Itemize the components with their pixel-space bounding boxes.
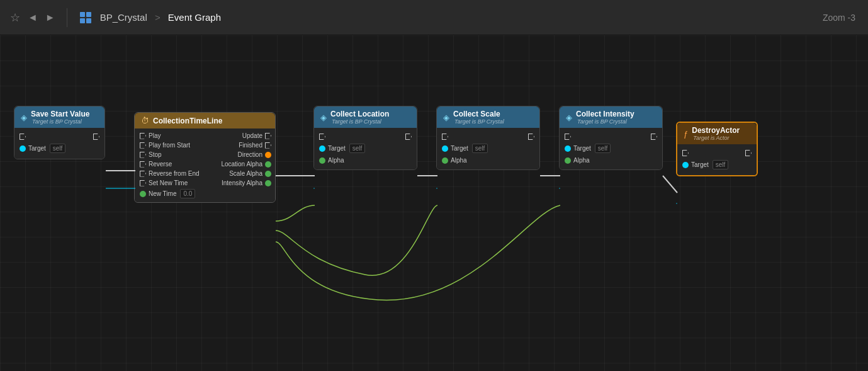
finished-label: Finished bbox=[239, 142, 262, 149]
svg-rect-3 bbox=[86, 18, 91, 23]
node-subtitle-collect-location: Target is BP Crystal bbox=[332, 118, 389, 125]
da-target-pin[interactable] bbox=[682, 162, 689, 168]
cl-exec-out[interactable] bbox=[405, 134, 412, 140]
node-icon-save-start: ◈ bbox=[21, 113, 27, 122]
divider bbox=[67, 8, 67, 27]
node-header-collect-location: ◈ Collect Location Target is BP Crystal bbox=[314, 106, 417, 128]
play-from-start-exec-in[interactable] bbox=[140, 142, 146, 149]
cl-exec-in[interactable] bbox=[319, 134, 325, 140]
alpha-row-collect-intensity: Alpha bbox=[560, 155, 662, 166]
ci-target-pin[interactable] bbox=[565, 146, 571, 152]
node-body-collect-location: Target self Alpha bbox=[314, 128, 417, 169]
node-title-collect-location: Collect Location bbox=[330, 110, 389, 118]
node-body-destroy: Target self bbox=[677, 144, 757, 175]
node-header-destroy: ƒ DestroyActor Target is Actor bbox=[677, 123, 757, 144]
new-time-pin-in[interactable] bbox=[140, 191, 146, 197]
cl-alpha-pin[interactable] bbox=[319, 157, 325, 164]
node-collect-location: ◈ Collect Location Target is BP Crystal … bbox=[313, 106, 417, 170]
exec-row-save-start bbox=[14, 132, 104, 142]
cs-exec-in[interactable] bbox=[442, 134, 448, 140]
breadcrumb-blueprint[interactable]: BP_Crystal bbox=[100, 12, 147, 23]
da-exec-in[interactable] bbox=[682, 150, 689, 156]
update-exec-out[interactable] bbox=[265, 133, 271, 139]
set-new-time-exec-in[interactable] bbox=[140, 180, 146, 186]
svg-rect-2 bbox=[80, 18, 85, 23]
cl-target-value: self bbox=[349, 144, 366, 153]
exec-out-pin[interactable] bbox=[93, 134, 99, 140]
node-subtitle-collect-intensity: Target is BP Crystal bbox=[577, 118, 634, 125]
target-row-collect-location: Target self bbox=[314, 142, 417, 155]
node-subtitle-collect-scale: Target is BP Crystal bbox=[454, 118, 504, 125]
cs-target-pin[interactable] bbox=[442, 146, 448, 152]
reverse-label: Reverse bbox=[149, 161, 172, 168]
location-alpha-label: Location Alpha bbox=[221, 161, 262, 168]
target-label-save-start: Target bbox=[28, 145, 46, 152]
target-in-pin[interactable] bbox=[20, 146, 26, 152]
cs-alpha-label: Alpha bbox=[451, 157, 467, 164]
node-title-save-start: Save Start Value bbox=[31, 110, 89, 118]
tl-row-play: Play Update bbox=[135, 131, 275, 140]
node-title-destroy: DestroyActor bbox=[692, 126, 740, 135]
node-save-start-value: ◈ Save Start Value Target is BP Crystal … bbox=[14, 106, 105, 159]
node-title-collect-scale: Collect Scale bbox=[453, 110, 504, 118]
ci-alpha-pin[interactable] bbox=[565, 157, 571, 164]
node-icon-collect-intensity: ◈ bbox=[566, 113, 572, 122]
direction-label: Direction bbox=[238, 151, 262, 158]
node-icon-collect-scale: ◈ bbox=[443, 113, 449, 122]
tl-row-reverse: Reverse Location Alpha bbox=[135, 159, 275, 169]
cl-target-pin[interactable] bbox=[319, 146, 325, 152]
cl-alpha-label: Alpha bbox=[328, 157, 344, 164]
tl-row-stop: Stop Direction bbox=[135, 150, 275, 159]
play-exec-in[interactable] bbox=[140, 133, 146, 139]
node-header-collect-intensity: ◈ Collect Intensity Target is BP Crystal bbox=[560, 106, 662, 128]
cl-target-label: Target bbox=[328, 145, 346, 152]
target-row-collect-intensity: Target self bbox=[560, 142, 662, 155]
toolbar: ☆ ◄ ► BP_Crystal > Event Graph Zoom -3 bbox=[0, 0, 868, 35]
target-row-save-start: Target self bbox=[14, 142, 104, 155]
svg-rect-0 bbox=[80, 12, 85, 17]
intensity-alpha-pin-out[interactable] bbox=[265, 180, 271, 186]
back-button[interactable]: ◄ bbox=[28, 12, 38, 23]
node-destroy-actor: ƒ DestroyActor Target is Actor Target se… bbox=[676, 122, 758, 176]
exec-row-destroy bbox=[677, 148, 757, 158]
forward-button[interactable]: ► bbox=[45, 12, 55, 23]
node-collect-intensity: ◈ Collect Intensity Target is BP Crystal… bbox=[559, 106, 663, 170]
exec-in-pin[interactable] bbox=[20, 134, 26, 140]
cs-exec-out[interactable] bbox=[528, 134, 534, 140]
node-subtitle-destroy: Target is Actor bbox=[693, 135, 740, 141]
node-icon-timeline: ⏱ bbox=[141, 116, 149, 125]
cs-target-label: Target bbox=[451, 145, 468, 152]
bookmark-icon[interactable]: ☆ bbox=[10, 11, 20, 25]
ci-target-value: self bbox=[595, 144, 611, 153]
reverse-exec-in[interactable] bbox=[140, 161, 146, 168]
finished-exec-out[interactable] bbox=[265, 142, 271, 149]
node-body-collect-scale: Target self Alpha bbox=[437, 128, 539, 169]
node-collection-timeline: ⏱ CollectionTimeLine Play Update Play fr… bbox=[134, 112, 276, 203]
cs-alpha-pin[interactable] bbox=[442, 157, 448, 164]
ci-alpha-label: Alpha bbox=[573, 157, 590, 164]
scale-alpha-pin-out[interactable] bbox=[265, 171, 271, 177]
direction-pin-out[interactable] bbox=[265, 152, 271, 158]
tl-row-set-new-time: Set New Time Intensity Alpha bbox=[135, 178, 275, 188]
tl-row-play-from-start: Play from Start Finished bbox=[135, 140, 275, 150]
ci-exec-in[interactable] bbox=[565, 134, 571, 140]
blueprint-icon bbox=[79, 11, 93, 25]
play-label: Play bbox=[149, 132, 161, 139]
node-body-save-start: Target self bbox=[14, 128, 104, 159]
node-header-collect-scale: ◈ Collect Scale Target is BP Crystal bbox=[437, 106, 539, 128]
node-title-collect-intensity: Collect Intensity bbox=[576, 110, 634, 118]
da-target-value: self bbox=[713, 160, 729, 169]
zoom-label: Zoom -3 bbox=[823, 13, 855, 23]
breadcrumb-section[interactable]: Event Graph bbox=[168, 12, 221, 23]
da-exec-out[interactable] bbox=[745, 150, 752, 156]
tl-row-new-time: New Time 0.0 bbox=[135, 188, 275, 200]
location-alpha-pin-out[interactable] bbox=[265, 161, 271, 168]
node-header-save-start: ◈ Save Start Value Target is BP Crystal bbox=[14, 106, 104, 128]
reverse-from-end-exec-in[interactable] bbox=[140, 171, 146, 177]
node-body-timeline: Play Update Play from Start Finished Sto… bbox=[135, 128, 275, 202]
new-time-label: New Time bbox=[149, 190, 176, 197]
reverse-from-end-label: Reverse from End bbox=[149, 170, 200, 177]
ci-exec-out[interactable] bbox=[651, 134, 657, 140]
stop-exec-in[interactable] bbox=[140, 152, 146, 158]
graph-canvas[interactable] bbox=[0, 35, 868, 371]
